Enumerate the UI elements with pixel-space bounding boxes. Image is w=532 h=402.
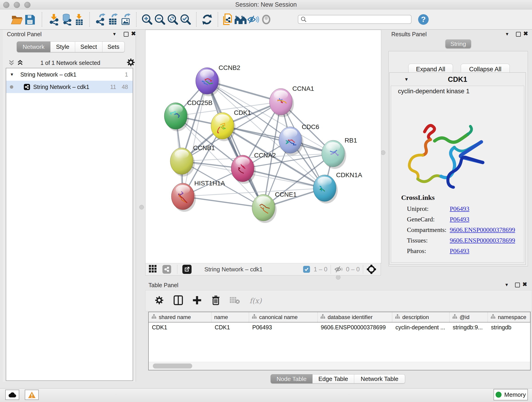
column-header-canonical-name[interactable]: canonical name [249, 312, 317, 322]
control-panel-close-icon[interactable]: ✖ [131, 32, 136, 36]
string-home-button[interactable] [234, 13, 247, 26]
collapse-all-networks-icon[interactable] [8, 59, 15, 67]
search-input[interactable] [298, 15, 412, 24]
left-splitter-handle[interactable] [139, 205, 144, 210]
show-columns-icon[interactable] [173, 295, 183, 306]
results-panel-collapse-icon[interactable]: ▼ [505, 32, 509, 37]
grid-view-icon[interactable] [149, 265, 157, 274]
table-scrollbar-thumb[interactable] [153, 364, 192, 369]
memory-button[interactable]: Memory [494, 389, 528, 400]
table-cell[interactable]: stringdb:9... [450, 322, 488, 332]
protein-node-CCNE1[interactable] [252, 194, 277, 223]
results-panel-close-icon[interactable]: ✖ [523, 32, 528, 36]
protein-node-CDC6[interactable] [279, 127, 303, 155]
column-header-database-identifier[interactable]: database identifier [317, 312, 392, 322]
tab-sets[interactable]: Sets [102, 41, 125, 52]
selected-checkbox-icon[interactable] [303, 266, 310, 273]
column-header-namespace[interactable]: namespace [488, 312, 530, 322]
protein-node-CDC25B[interactable] [164, 103, 189, 131]
collection-expand-caret-icon[interactable]: ▼ [10, 72, 14, 77]
crosslink-value-uniprot[interactable]: P06493 [450, 205, 469, 212]
birdseye-navigator-icon[interactable] [366, 264, 376, 274]
right-splitter-handle[interactable] [381, 150, 385, 155]
table-horizontal-scrollbar[interactable] [149, 362, 530, 370]
tab-string[interactable]: String [445, 39, 471, 48]
column-header-shared-name[interactable]: shared name [149, 312, 211, 322]
enhanced-labels-toggle-button[interactable] [247, 13, 260, 26]
crosslink-value-compartments[interactable]: 9606.ENSP00000378699 [450, 226, 515, 234]
open-session-button[interactable] [11, 13, 23, 26]
table-panel-close-icon[interactable]: ✖ [522, 282, 527, 286]
table-cell[interactable]: P06493 [249, 322, 317, 332]
protein-node-CCNB2[interactable] [196, 68, 220, 96]
node-table-body[interactable]: CDK1CDK1P064939606.ENSP00000378699cyclin… [149, 322, 530, 332]
zoom-selected-button[interactable] [179, 13, 192, 26]
table-settings-gear-icon[interactable] [155, 296, 164, 306]
warning-status-button[interactable] [25, 390, 39, 400]
export-image-button[interactable] [120, 13, 133, 26]
network-canvas[interactable]: CCNB2CCNA1CDC25BCDK1CDC6RB1CCNB1CCNA2CDK… [145, 30, 381, 264]
column-header--id[interactable]: @id [450, 312, 488, 322]
network-share-view-icon[interactable] [162, 265, 171, 274]
table-cell[interactable]: 9606.ENSP00000378699 [317, 322, 392, 332]
string-network-graph[interactable]: CCNB2CCNA1CDC25BCDK1CDC6RB1CCNB1CCNA2CDK… [146, 30, 381, 263]
column-header-name[interactable]: name [211, 312, 249, 322]
zoom-out-button[interactable] [153, 13, 166, 26]
tab-edge-table[interactable]: Edge Table [312, 374, 354, 383]
table-tabs: Node Table Edge Table Network Table [271, 374, 405, 383]
create-column-plus-icon[interactable] [192, 295, 202, 306]
cloud-icon [8, 392, 17, 398]
zoom-in-icon [141, 13, 153, 26]
expand-all-networks-icon[interactable] [17, 59, 23, 67]
table-cell[interactable]: cyclin-dependent ... [392, 322, 450, 332]
tab-network[interactable]: Network [17, 41, 51, 52]
control-panel-title: Control Panel [7, 31, 41, 38]
column-header-description[interactable]: description [392, 312, 450, 322]
table-panel-float-icon[interactable] [515, 283, 520, 287]
network-row-label: String Network – cdk1 [33, 84, 89, 90]
help-button[interactable]: ? [417, 13, 430, 26]
protein-node-HIST1H1A[interactable] [171, 183, 196, 212]
table-row[interactable]: CDK1CDK1P064939606.ENSP00000378699cyclin… [149, 322, 530, 332]
control-panel-collapse-icon[interactable]: ▼ [112, 32, 117, 37]
hidden-node-edge-counts: 0 – 0 [346, 266, 360, 273]
string-protein-query-button[interactable] [221, 13, 234, 26]
table-cell[interactable]: CDK1 [149, 322, 211, 332]
import-network-file-button[interactable] [47, 13, 60, 26]
import-table-button[interactable] [73, 13, 86, 26]
protein-node-CCNA1[interactable] [269, 89, 294, 117]
tab-select[interactable]: Select [75, 41, 102, 52]
zoom-fit-button[interactable] [166, 13, 179, 26]
export-table-button[interactable] [107, 13, 120, 26]
crosslink-value-tissues[interactable]: 9606.ENSP00000378699 [450, 237, 515, 244]
tree-column-icon [320, 314, 325, 320]
table-cell[interactable]: CDK1 [211, 322, 249, 332]
protein-node-CDKN1A[interactable] [313, 175, 338, 204]
tab-network-table[interactable]: Network Table [354, 374, 405, 383]
table-panel-collapse-icon[interactable]: ▼ [505, 282, 509, 287]
apply-layout-button[interactable] [201, 13, 214, 26]
table-cell[interactable]: stringdb [488, 322, 530, 332]
crosslink-value-pharos[interactable]: P06493 [450, 247, 469, 255]
export-network-button[interactable] [94, 13, 107, 26]
node-label-CCNA2: CCNA2 [254, 152, 276, 159]
detach-view-icon[interactable] [182, 265, 191, 274]
cloud-status-button[interactable] [5, 390, 19, 400]
node-table-header[interactable]: shared namenamecanonical namedatabase id… [149, 312, 530, 322]
network-collection-row[interactable]: ▼ String Network – cdk1 1 [6, 68, 133, 81]
network-options-gear-icon[interactable] [127, 58, 135, 68]
protein-node-CCNA2[interactable] [231, 155, 256, 184]
save-session-button[interactable] [23, 13, 36, 26]
zoom-in-button[interactable] [141, 13, 153, 26]
protein-node-RB1[interactable] [322, 140, 346, 169]
tab-style[interactable]: Style [51, 41, 75, 52]
control-panel-float-icon[interactable] [124, 32, 128, 37]
import-network-database-button[interactable] [60, 13, 73, 26]
results-panel-float-icon[interactable] [516, 32, 521, 37]
network-row[interactable]: String Network – cdk1 11 48 [6, 81, 133, 93]
show-graphics-details-button[interactable] [260, 13, 273, 26]
crosslink-value-genecard[interactable]: P06493 [450, 216, 469, 223]
tab-node-table[interactable]: Node Table [271, 374, 312, 383]
delete-column-trash-icon[interactable] [211, 295, 220, 306]
protein-node-CDK1[interactable] [211, 113, 235, 141]
